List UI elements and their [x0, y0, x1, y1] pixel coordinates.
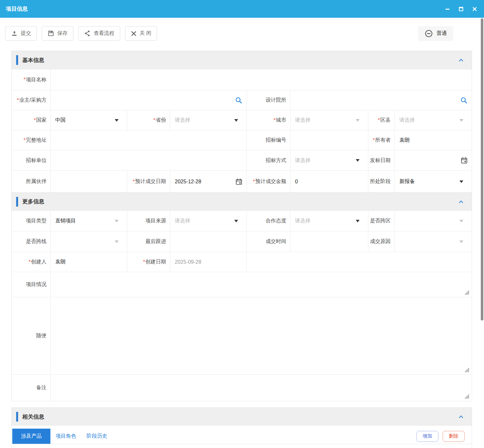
full-address-input[interactable] [50, 130, 247, 150]
province-select[interactable]: 请选择 [170, 110, 247, 130]
row-project-situation: 项目情况 [12, 272, 472, 297]
row-address: *完整地址 招标编号 *所有者 袁朗 [12, 130, 472, 150]
cross-line-select[interactable] [50, 231, 127, 252]
bidding-method-select[interactable]: 请选择 [290, 150, 368, 170]
deal-reason-select[interactable] [395, 231, 472, 252]
design-institute-lookup[interactable] [460, 97, 468, 104]
design-institute-input[interactable] [290, 90, 472, 110]
row-creator: *创建人 袁朗 *创建日期 2025-09-28 [12, 252, 472, 272]
collapse-more-button[interactable] [458, 199, 464, 204]
city-label: *城市 [247, 110, 290, 130]
owner-input[interactable]: 袁朗 [395, 130, 472, 150]
dropdown-arrow-icon[interactable] [459, 180, 463, 183]
cross-region-select[interactable] [395, 211, 472, 231]
view-flow-button[interactable]: 查看流程 [78, 26, 120, 41]
expected-deal-amount-input[interactable]: 0 [290, 171, 368, 192]
dropdown-arrow-icon[interactable] [115, 220, 119, 222]
dropdown-arrow-icon[interactable] [459, 240, 463, 243]
owner-buyer-input[interactable] [50, 90, 247, 110]
cross-region-label: 是否跨区 [368, 211, 395, 231]
expected-deal-date-picker[interactable] [235, 178, 243, 185]
project-name-input[interactable] [50, 69, 472, 90]
section-header-more: 更多信息 [12, 192, 472, 210]
dropdown-arrow-icon[interactable] [115, 240, 119, 243]
priority-mode-button[interactable]: 普通 [418, 26, 453, 41]
project-info-dialog: 项目信息 提交 保存 查看流程 关 闭 [0, 0, 484, 448]
tab-project-roles[interactable]: 项目角色 [50, 429, 81, 444]
deal-reason-label: 成交原因 [368, 231, 395, 252]
dropdown-arrow-icon[interactable] [356, 220, 360, 222]
window-title: 项目信息 [6, 5, 28, 13]
dropdown-arrow-icon[interactable] [234, 119, 238, 122]
expected-deal-date-label: *预计成交日期 [127, 171, 170, 192]
tab-involved-products[interactable]: 涉及产品 [12, 429, 50, 444]
minimize-icon [445, 6, 450, 12]
current-stage-select[interactable]: 新报备 [395, 171, 472, 192]
district-select[interactable]: 请选择 [395, 110, 472, 130]
save-label: 保存 [57, 30, 68, 37]
dropdown-arrow-icon[interactable] [115, 119, 119, 122]
remarks-textarea[interactable] [50, 375, 472, 401]
minimize-button[interactable] [445, 6, 450, 12]
save-button[interactable]: 保存 [42, 26, 73, 41]
resize-handle-icon[interactable] [464, 367, 469, 372]
dropdown-arrow-icon[interactable] [459, 220, 463, 222]
upload-icon [11, 30, 18, 37]
remarks-label: 备注 [12, 375, 50, 401]
project-type-select[interactable]: 直销项目 [50, 211, 127, 231]
creator-input[interactable]: 袁朗 [50, 252, 127, 272]
titlebar: 项目信息 [0, 0, 484, 18]
create-date-input[interactable]: 2025-09-28 [170, 252, 247, 272]
circle-minus-icon [425, 29, 433, 38]
project-situation-textarea[interactable] [50, 272, 472, 297]
full-address-label: *完整地址 [12, 130, 50, 150]
last-follow-up-input[interactable] [170, 231, 247, 252]
issue-date-input[interactable] [395, 150, 472, 170]
row-project-name: *项目名称 [12, 69, 472, 90]
current-stage-label: 所处阶段 [368, 171, 395, 192]
province-label: *省份 [127, 110, 170, 130]
vertical-scrollbar[interactable] [481, 18, 483, 321]
section-accent-bar [16, 55, 18, 65]
bid-number-label: 招标编号 [247, 130, 290, 150]
issue-date-picker[interactable] [460, 157, 468, 164]
cooperation-attitude-label: 合作态度 [247, 211, 290, 231]
section-accent-bar [16, 197, 18, 207]
dropdown-arrow-icon[interactable] [356, 119, 360, 122]
add-button[interactable]: 增加 [416, 431, 438, 442]
bidding-unit-input[interactable] [50, 150, 247, 170]
chevron-up-icon [458, 199, 464, 204]
chevron-up-icon [458, 57, 464, 63]
project-source-select[interactable]: 请选择 [170, 211, 247, 231]
section-title-basic: 基本信息 [22, 56, 44, 64]
cooperation-attitude-select[interactable]: 请选择 [290, 211, 368, 231]
country-label: *国家 [12, 110, 50, 130]
maximize-button[interactable] [458, 6, 464, 12]
collapse-related-button[interactable] [458, 414, 464, 419]
delete-button[interactable]: 删除 [443, 431, 465, 442]
resize-handle-icon[interactable] [464, 290, 469, 295]
related-info-panel: 相关信息 涉及产品 项目角色 阶段历史 增加 删除 [11, 407, 472, 448]
owner-buyer-lookup[interactable] [235, 97, 243, 104]
tab-stage-history[interactable]: 阶段历史 [81, 429, 112, 444]
close-button[interactable]: 关 闭 [125, 26, 157, 41]
calendar-icon [235, 178, 243, 185]
close-window-button[interactable] [472, 6, 478, 12]
casual-textarea[interactable] [50, 297, 472, 374]
submit-button[interactable]: 提交 [5, 26, 37, 41]
dropdown-arrow-icon[interactable] [459, 119, 463, 122]
dropdown-arrow-icon[interactable] [234, 220, 238, 222]
expected-deal-date-input[interactable]: 2025-12-28 [170, 171, 247, 192]
collapse-basic-button[interactable] [458, 57, 464, 63]
search-icon [235, 97, 243, 104]
dropdown-arrow-icon[interactable] [356, 159, 360, 162]
row-owner-buyer: *业主/采购方 设计院所 [12, 90, 472, 110]
calendar-icon [460, 157, 468, 164]
country-select[interactable]: 中国 [50, 110, 127, 130]
project-name-label: *项目名称 [12, 69, 50, 90]
partner-input[interactable] [50, 171, 127, 192]
city-select[interactable]: 请选择 [290, 110, 368, 130]
deal-time-input[interactable] [290, 231, 368, 252]
resize-handle-icon[interactable] [464, 393, 469, 399]
bid-number-input[interactable] [290, 130, 368, 150]
